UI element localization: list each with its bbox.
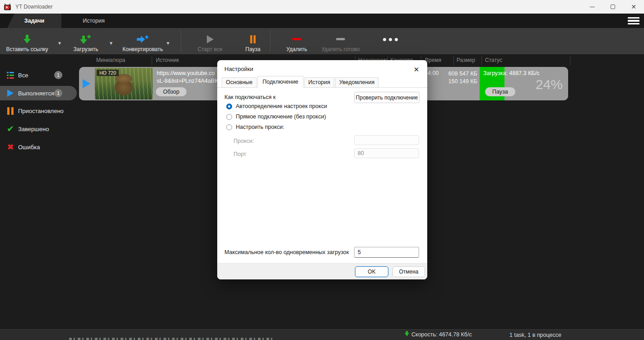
- pause-all-button[interactable]: Пауза: [237, 30, 269, 52]
- column-divider: [570, 56, 570, 65]
- clipped-text-remnant: [69, 338, 275, 340]
- minus-red-icon: [291, 33, 303, 46]
- toolbar-separator: [270, 30, 271, 52]
- list-colored-icon: [6, 71, 15, 80]
- proxy-label: Прокси:: [233, 138, 254, 144]
- row-play-icon[interactable]: [83, 79, 90, 88]
- sidebar-item-completed[interactable]: ✔ Завершено: [0, 123, 77, 135]
- radio-selected-icon: [226, 104, 232, 109]
- sidebar-item-running[interactable]: Выполняется 1: [0, 86, 77, 100]
- proxy-input[interactable]: [354, 135, 419, 145]
- ok-button[interactable]: OK: [355, 266, 388, 277]
- browse-button[interactable]: Обзор: [156, 87, 187, 96]
- download-speed-text: Загрузка: 4887.3 КБ/с: [483, 70, 539, 76]
- dialog-title: Настройки: [224, 66, 253, 72]
- download-button[interactable]: Загрузить: [67, 30, 105, 52]
- dialog-close-icon[interactable]: ✕: [411, 64, 422, 75]
- window-title: YT Downloader: [15, 4, 53, 10]
- tab-tasks[interactable]: Задачи: [7, 14, 61, 28]
- check-connection-button[interactable]: Проверить подключение: [354, 92, 420, 103]
- speed-label: Скорость: 4674.78 Кб/с: [411, 331, 472, 338]
- download-speed-icon: [405, 333, 409, 336]
- convert-button[interactable]: Конвертировать: [119, 30, 166, 52]
- more-dots-icon: [383, 33, 398, 46]
- title-bar: YT Downloader ✕: [0, 0, 644, 14]
- toolbar-separator: [181, 30, 181, 52]
- arrow-right-plus-icon: [135, 33, 150, 46]
- start-all-button[interactable]: Старт все: [191, 30, 229, 52]
- count-badge: 1: [54, 71, 62, 79]
- column-header-time[interactable]: Время: [425, 57, 441, 63]
- download-dropdown-icon[interactable]: ▼: [106, 41, 117, 46]
- port-input[interactable]: [354, 148, 419, 158]
- delete-finished-button[interactable]: Удалить готово: [316, 30, 365, 52]
- arrow-down-plus-icon: [79, 33, 93, 46]
- play-blue-icon: [6, 89, 15, 98]
- port-label: Порт: [233, 151, 246, 157]
- column-divider: [453, 56, 454, 65]
- column-header-source[interactable]: Источник: [156, 57, 179, 63]
- dialog-tab-notifications[interactable]: Уведомления: [335, 77, 378, 87]
- count-badge: 1: [54, 89, 62, 97]
- radio-direct-connection[interactable]: Прямое подключение (без прокси): [226, 113, 326, 120]
- column-divider: [481, 56, 482, 65]
- menu-hamburger-icon[interactable]: [628, 16, 639, 26]
- pause-icon: [249, 33, 257, 46]
- minimize-button[interactable]: [582, 0, 602, 14]
- delete-button[interactable]: Удалить: [279, 30, 314, 52]
- tasks-count-label: 1 task, 1 в процессе: [509, 332, 561, 338]
- window-controls: ✕: [582, 0, 644, 14]
- column-divider: [152, 56, 152, 65]
- x-red-icon: ✖: [6, 142, 15, 151]
- more-actions-button[interactable]: [378, 30, 402, 52]
- maximize-button[interactable]: [602, 0, 623, 14]
- sidebar-item-paused[interactable]: Приостановлено: [0, 104, 77, 117]
- dialog-tab-strip: Основные Подключение История Уведомления: [217, 77, 427, 88]
- sidebar-item-error[interactable]: ✖ Ошибка: [0, 141, 77, 153]
- paste-link-dropdown-icon[interactable]: ▼: [54, 41, 65, 46]
- radio-icon: [226, 124, 232, 130]
- max-downloads-input[interactable]: [354, 247, 419, 258]
- app-window: YT Downloader ✕ Задачи История Вставить …: [0, 0, 644, 340]
- progress-percent: 24%: [536, 77, 563, 92]
- close-button[interactable]: ✕: [623, 0, 644, 14]
- status-bar: Скорость: 4674.78 Кб/с 1 task, 1 в проце…: [0, 329, 644, 340]
- pause-orange-icon: [6, 106, 15, 115]
- column-header-size[interactable]: Размер: [457, 57, 475, 63]
- radio-icon: [226, 114, 232, 120]
- radio-configure-proxy[interactable]: Настроить прокси:: [226, 124, 285, 130]
- size-cell: 608 547 КБ 150 149 КБ: [427, 70, 477, 85]
- status-cell: Загрузка: 4887.3 КБ/с 24% Пауза: [480, 67, 568, 100]
- dialog-tab-general[interactable]: Основные: [222, 77, 257, 87]
- dialog-tab-history[interactable]: История: [304, 77, 334, 87]
- convert-dropdown-icon[interactable]: ▼: [163, 41, 173, 46]
- video-thumbnail: HD 720: [95, 68, 153, 99]
- sidebar-item-all[interactable]: Все 1: [0, 69, 77, 81]
- main-tab-bar: Задачи История: [0, 14, 644, 28]
- arrow-down-icon: [22, 33, 33, 46]
- paste-link-button[interactable]: Вставить ссылку: [2, 30, 52, 52]
- column-header-status[interactable]: Статус: [485, 57, 502, 63]
- minus-gray-icon: [335, 33, 346, 46]
- tab-history[interactable]: История: [68, 14, 120, 28]
- quality-badge: HD 720: [97, 70, 119, 76]
- max-downloads-label: Максимальное кол-во одновременных загруз…: [224, 249, 349, 255]
- pause-task-button[interactable]: Пауза: [485, 87, 515, 96]
- column-header-thumbnail[interactable]: Миниатюра: [96, 57, 125, 63]
- app-logo-icon: [4, 3, 12, 10]
- dialog-tab-connection[interactable]: Подключение: [257, 76, 303, 88]
- settings-dialog: Настройки ✕ Основные Подключение История…: [217, 60, 427, 279]
- play-icon: [205, 33, 215, 46]
- cancel-button[interactable]: Отмена: [392, 266, 425, 277]
- check-green-icon: ✔: [6, 124, 15, 133]
- connection-how-label: Как подключаться к: [224, 94, 275, 100]
- toolbar: Вставить ссылку ▼ Загрузить ▼ Конвертиро…: [0, 28, 644, 54]
- radio-auto-proxy[interactable]: Автоопределение настроек прокси: [226, 103, 327, 109]
